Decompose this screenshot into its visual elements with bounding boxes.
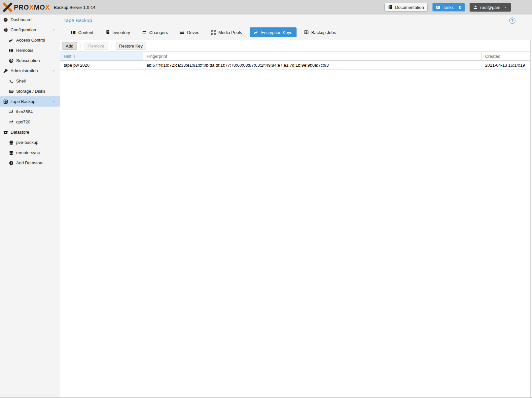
sidebar-item-remotes[interactable]: Remotes	[0, 45, 60, 55]
sidebar-item-access-control[interactable]: Access Control	[0, 35, 60, 45]
sidebar-item-add-datastore[interactable]: Add Datastore	[0, 158, 60, 168]
restore-key-button[interactable]: Restore Key	[116, 42, 147, 50]
wrench-icon	[3, 69, 8, 73]
sidebar-item-label: Shell	[16, 79, 26, 83]
help-icon[interactable]: ?	[509, 17, 515, 24]
chevron-down-icon[interactable]	[52, 69, 55, 73]
column-header-created[interactable]: Created	[481, 52, 530, 60]
content-header: Tape Backup ? ContentInventoryChangersDr…	[60, 15, 532, 40]
table-row[interactable]: tape pw 2020ab:67:f4:1b:72:ca:33:e1:91:b…	[60, 61, 530, 70]
proxmox-x-icon	[3, 2, 13, 12]
task-list-icon	[436, 5, 441, 10]
exchange-icon	[9, 110, 14, 114]
database-icon	[9, 140, 14, 145]
key-icon	[9, 38, 14, 43]
sidebar-item-remote-sync[interactable]: remote-sync	[0, 148, 60, 158]
main-content: Tape Backup ? ContentInventoryChangersDr…	[60, 15, 532, 397]
sidebar-item-shell[interactable]: Shell	[0, 76, 60, 86]
lifering-icon	[9, 58, 14, 63]
tape-icon	[3, 99, 8, 104]
sidebar-item-datastore[interactable]: Datastore	[0, 127, 60, 137]
server-icon	[9, 48, 14, 53]
cell-hint: tape pw 2020	[60, 61, 143, 69]
sidebar-item-label: qpx720	[16, 119, 30, 124]
tab-backup-jobs[interactable]: Backup Jobs	[300, 27, 340, 37]
documentation-button[interactable]: Documentation	[384, 3, 427, 12]
plus-circle-icon	[9, 161, 14, 165]
sidebar-item-label: Tape Backup	[11, 99, 35, 104]
sidebar-item-tape-backup[interactable]: Tape Backup	[0, 96, 60, 107]
sidebar-item-label: Add Datastore	[16, 160, 44, 165]
cell-created: 2021-04-13 16:14:19	[481, 61, 530, 69]
terminal-icon	[9, 79, 14, 83]
sidebar-item-ibm3584[interactable]: ibm3584	[0, 107, 60, 117]
tasks-button[interactable]: Tasks 0	[432, 3, 465, 12]
proxmox-logo[interactable]: PROXMOX	[3, 2, 50, 12]
key-icon	[254, 30, 259, 35]
sidebar-item-label: Storage / Disks	[16, 89, 45, 94]
tab-changers[interactable]: Changers	[138, 27, 172, 37]
sidebar-item-label: Administration	[11, 68, 38, 73]
page-title: Tape Backup	[63, 17, 92, 23]
column-header-hint[interactable]: Hint↑	[60, 52, 143, 60]
grid-rows: tape pw 2020ab:67:f4:1b:72:ca:33:e1:91:b…	[60, 61, 530, 70]
sidebar-item-label: remote-sync	[16, 150, 40, 155]
tab-label: Drives	[187, 30, 199, 35]
tab-label: Backup Jobs	[311, 30, 336, 35]
app-window: PROXMOX Backup Server 1.0-14 Documentati…	[0, 0, 532, 398]
sidebar-item-administration[interactable]: Administration	[0, 66, 60, 76]
database-icon	[9, 150, 14, 155]
sidebar-item-label: Access Control	[16, 38, 45, 43]
tab-label: Encryption Keys	[261, 30, 292, 35]
sidebar-item-configuration[interactable]: Configuration	[0, 25, 60, 35]
top-bar: PROXMOX Backup Server 1.0-14 Documentati…	[0, 0, 532, 15]
gears-icon	[3, 28, 8, 32]
tab-encryption-keys[interactable]: Encryption Keys	[250, 27, 297, 37]
sidebar-item-label: Dashboard	[11, 17, 32, 22]
encryption-keys-grid: Hint↑FingerprintCreated tape pw 2020ab:6…	[60, 51, 530, 70]
user-label: root@pam	[480, 5, 500, 10]
chevron-down-icon[interactable]	[52, 28, 55, 32]
user-menu-button[interactable]: root@pam	[470, 3, 511, 12]
sidebar: DashboardConfigurationAccess ControlRemo…	[0, 15, 60, 397]
add-button[interactable]: Add	[62, 42, 77, 50]
sort-asc-icon: ↑	[73, 54, 76, 59]
toolbar-separator	[112, 43, 112, 49]
exchange-icon	[9, 120, 14, 124]
app-title: Backup Server 1.0-14	[54, 5, 95, 10]
tab-label: Changers	[149, 30, 168, 35]
content-body: AddRemoveRestore Key Hint↑FingerprintCre…	[60, 40, 531, 397]
column-label: Created	[485, 54, 500, 59]
save-icon	[304, 30, 309, 35]
tab-drives[interactable]: Drives	[175, 27, 203, 37]
topbar-actions: Documentation Tasks 0 root@pam	[384, 3, 511, 12]
sidebar-item-qpx720[interactable]: qpx720	[0, 117, 60, 127]
tab-media-pools[interactable]: Media Pools	[207, 27, 246, 37]
toolbar-separator	[81, 43, 81, 49]
grid-icon	[71, 30, 76, 35]
column-header-fingerprint[interactable]: Fingerprint	[143, 52, 481, 60]
hdd-icon	[9, 89, 14, 94]
exchange-icon	[142, 30, 147, 35]
sidebar-item-label: ibm3584	[16, 109, 33, 114]
sidebar-item-label: pve-backup	[16, 140, 38, 145]
book-icon	[105, 30, 110, 35]
sidebar-item-label: Subscription	[16, 58, 40, 63]
sidebar-item-dashboard[interactable]: Dashboard	[0, 15, 60, 25]
tab-bar: ContentInventoryChangersDrivesMedia Pool…	[67, 27, 532, 37]
window-bottom-edge	[0, 397, 532, 398]
column-label: Fingerprint	[147, 54, 167, 59]
sidebar-item-label: Datastore	[11, 130, 29, 135]
tab-inventory[interactable]: Inventory	[101, 27, 134, 37]
sidebar-item-pve-backup[interactable]: pve-backup	[0, 137, 60, 148]
tab-content[interactable]: Content	[67, 27, 98, 37]
sidebar-item-label: Configuration	[11, 27, 36, 32]
grid-header: Hint↑FingerprintCreated	[60, 51, 530, 61]
chevron-down-icon[interactable]	[52, 100, 55, 104]
cell-fingerprint: ab:67:f4:1b:72:ca:33:e1:91:bf:0b:da:df:1…	[143, 61, 481, 69]
sidebar-item-subscription[interactable]: Subscription	[0, 55, 60, 66]
sidebar-item-label: Remotes	[16, 48, 33, 53]
sidebar-item-storage-disks[interactable]: Storage / Disks	[0, 86, 60, 96]
dashboard-icon	[3, 17, 8, 22]
tab-label: Media Pools	[218, 30, 242, 35]
